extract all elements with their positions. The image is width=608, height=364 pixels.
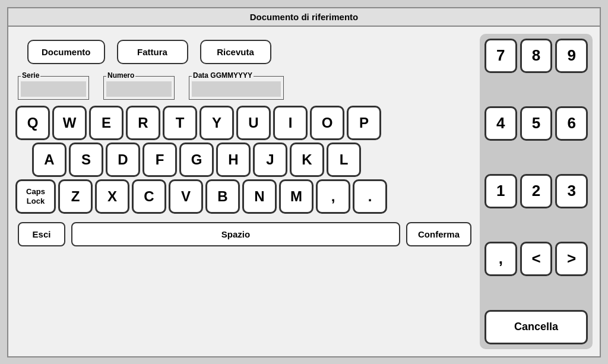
key-W[interactable]: W xyxy=(52,106,87,140)
numpad-7[interactable]: 7 xyxy=(484,39,517,73)
numpad-1[interactable]: 1 xyxy=(484,174,517,208)
numpad-comma[interactable]: , xyxy=(484,242,517,276)
key-caps-lock[interactable]: CapsLock xyxy=(15,179,56,214)
btn-conferma[interactable]: Conferma xyxy=(406,222,471,246)
key-J[interactable]: J xyxy=(253,143,287,177)
key-F[interactable]: F xyxy=(142,143,177,177)
field-numero-group: Numero xyxy=(103,76,175,100)
key-M[interactable]: M xyxy=(279,179,314,214)
key-L[interactable]: L xyxy=(327,143,361,177)
bottom-row: Esci Spazio Conferma xyxy=(15,222,474,246)
key-D[interactable]: D xyxy=(106,143,140,177)
key-X[interactable]: X xyxy=(95,179,129,214)
key-E[interactable]: E xyxy=(89,106,124,140)
btn-documento[interactable]: Documento xyxy=(27,40,105,64)
serie-label: Serie xyxy=(21,71,40,80)
btn-esci[interactable]: Esci xyxy=(18,222,65,246)
btn-spazio[interactable]: Spazio xyxy=(71,222,400,246)
btn-cancella[interactable]: Cancella xyxy=(484,310,588,344)
serie-fieldset: Serie xyxy=(18,76,89,100)
numpad-less[interactable]: < xyxy=(520,242,553,276)
key-G[interactable]: G xyxy=(179,143,214,177)
key-S[interactable]: S xyxy=(69,143,103,177)
numpad-greater[interactable]: > xyxy=(555,242,588,276)
window-title: Documento di riferimento xyxy=(250,12,359,22)
left-panel: Documento Fattura Ricevuta Serie Numero xyxy=(15,34,474,349)
key-R[interactable]: R xyxy=(126,106,160,140)
numpad-6[interactable]: 6 xyxy=(555,106,588,141)
btn-ricevuta[interactable]: Ricevuta xyxy=(200,40,271,64)
key-H[interactable]: H xyxy=(216,143,251,177)
field-serie-group: Serie xyxy=(18,76,89,100)
right-panel: 7 8 9 4 5 6 1 2 3 , < > Cancella xyxy=(480,34,593,349)
key-T[interactable]: T xyxy=(163,106,197,140)
numpad-8[interactable]: 8 xyxy=(520,39,553,73)
numero-fieldset: Numero xyxy=(103,76,175,100)
key-C[interactable]: C xyxy=(132,179,166,214)
key-row-1: Q W E R T Y U I O P xyxy=(15,106,474,140)
key-Z[interactable]: Z xyxy=(58,179,93,214)
numpad-9[interactable]: 9 xyxy=(555,39,588,73)
key-Y[interactable]: Y xyxy=(200,106,234,140)
field-data[interactable] xyxy=(192,81,281,97)
content-area: Documento Fattura Ricevuta Serie Numero xyxy=(8,27,600,356)
key-comma[interactable]: , xyxy=(316,179,350,214)
numpad-2[interactable]: 2 xyxy=(520,174,553,208)
key-K[interactable]: K xyxy=(290,143,324,177)
field-data-group: Data GGMMYYYY xyxy=(189,76,284,100)
key-U[interactable]: U xyxy=(236,106,271,140)
doc-type-row: Documento Fattura Ricevuta xyxy=(15,34,474,70)
key-I[interactable]: I xyxy=(273,106,308,140)
numero-label: Numero xyxy=(106,71,135,80)
main-window: Documento di riferimento Documento Fattu… xyxy=(7,7,601,357)
fields-row: Serie Numero Data GGMMYYYY xyxy=(15,76,474,100)
numpad-3[interactable]: 3 xyxy=(555,174,588,208)
key-row-2: A S D F G H J K L xyxy=(15,143,474,177)
numpad-5[interactable]: 5 xyxy=(520,106,553,141)
key-A[interactable]: A xyxy=(32,143,66,177)
data-fieldset: Data GGMMYYYY xyxy=(189,76,284,100)
title-bar: Documento di riferimento xyxy=(8,8,600,27)
key-P[interactable]: P xyxy=(347,106,381,140)
key-row-3: CapsLock Z X C V B N M , . xyxy=(15,179,474,214)
field-serie[interactable] xyxy=(21,81,86,97)
numpad-4[interactable]: 4 xyxy=(484,106,517,141)
key-V[interactable]: V xyxy=(169,179,203,214)
numpad-grid: 7 8 9 4 5 6 1 2 3 , < > xyxy=(484,39,588,306)
key-Q[interactable]: Q xyxy=(15,106,50,140)
keyboard: Q W E R T Y U I O P A S D F G xyxy=(15,106,474,214)
field-numero[interactable] xyxy=(106,81,172,97)
key-O[interactable]: O xyxy=(310,106,344,140)
key-period[interactable]: . xyxy=(353,179,387,214)
key-N[interactable]: N xyxy=(242,179,277,214)
data-label: Data GGMMYYYY xyxy=(192,71,254,80)
key-B[interactable]: B xyxy=(205,179,240,214)
btn-fattura[interactable]: Fattura xyxy=(117,40,188,64)
